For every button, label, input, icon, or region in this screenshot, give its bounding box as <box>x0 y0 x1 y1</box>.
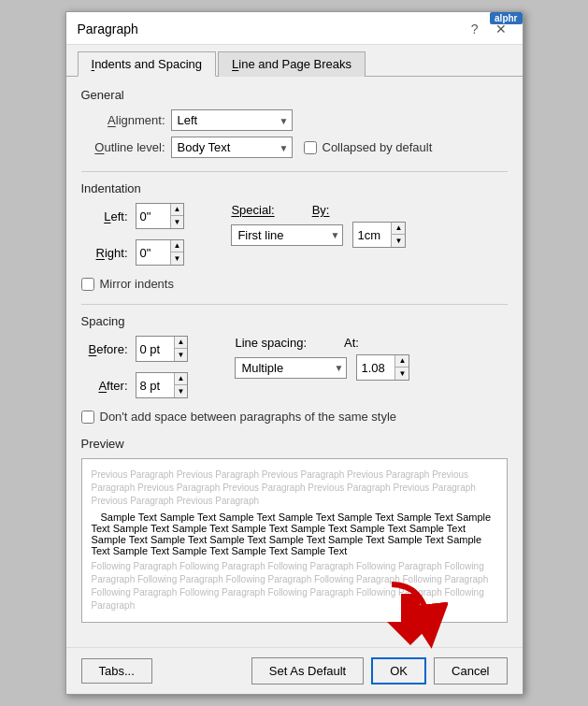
before-label: Before: <box>81 342 128 356</box>
line-spacing-select[interactable]: Multiple Single 1.5 lines Double At leas… <box>235 357 347 379</box>
help-button[interactable]: ? <box>466 20 483 38</box>
before-input[interactable] <box>136 339 174 359</box>
at-up-button[interactable]: ▲ <box>395 355 409 367</box>
indent-right-row: Right: ▲ ▼ <box>81 239 185 266</box>
by-spinner-buttons: ▲ ▼ <box>391 223 405 247</box>
at-down-button[interactable]: ▼ <box>395 367 409 380</box>
after-row: After: ▲ ▼ <box>81 372 189 398</box>
footer-right: Set As Default OK Cancel <box>251 657 508 684</box>
ok-button[interactable]: OK <box>371 657 426 684</box>
cancel-button[interactable]: Cancel <box>434 657 507 684</box>
collapsed-check-row: Collapsed by default <box>304 140 433 154</box>
outline-underline: O <box>94 140 104 154</box>
after-down-button[interactable]: ▼ <box>175 385 188 397</box>
before-up-button[interactable]: ▲ <box>175 337 188 349</box>
indent-right-spinner-buttons: ▲ ▼ <box>170 240 184 265</box>
before-down-button[interactable]: ▼ <box>175 349 188 361</box>
tab-bar: Indents and Spacing Line and Page Breaks <box>66 45 523 77</box>
indent-right-down-button[interactable]: ▼ <box>171 252 184 265</box>
preview-section-title: Preview <box>81 437 508 451</box>
spacing-section-title: Spacing <box>81 314 508 328</box>
before-row: Before: ▲ ▼ <box>81 336 189 362</box>
title-bar-left: Paragraph <box>78 22 138 36</box>
dont-add-space-checkbox[interactable] <box>81 411 94 424</box>
alignment-underline: A <box>108 113 116 127</box>
spacing-section: Spacing Before: ▲ ▼ <box>81 314 508 424</box>
set-as-default-button[interactable]: Set As Default <box>251 657 364 684</box>
indent-right-label: Right: <box>81 246 128 260</box>
mirror-indents-row: Mirror indents <box>81 277 508 291</box>
dialog-content: General Alignment: Left Center Right Jus… <box>66 77 523 647</box>
outline-row: Outline level: Body Text Level 1 Level 2… <box>81 137 508 158</box>
alignment-select-wrapper: Left Center Right Justified ▼ <box>171 109 293 131</box>
right-underline: R <box>96 246 105 260</box>
alignment-label: Alignment: <box>81 113 165 127</box>
collapsed-checkbox[interactable] <box>304 141 317 154</box>
dialog-title: Paragraph <box>78 22 138 36</box>
indent-right-up-button[interactable]: ▲ <box>171 240 184 252</box>
mirror-indents-label: Mirror indents <box>100 277 174 291</box>
after-input[interactable] <box>136 376 174 396</box>
dont-add-space-row: Don't add space between paragraphs of th… <box>81 410 508 424</box>
tab-line-page-breaks[interactable]: Line and Page Breaks <box>218 51 366 77</box>
line-spacing-select-wrapper: Multiple Single 1.5 lines Double At leas… <box>235 357 347 379</box>
collapsed-label: Collapsed by default <box>323 140 433 154</box>
by-up-button[interactable]: ▲ <box>392 223 405 235</box>
at-label: At: <box>344 336 359 350</box>
tab-line-page-breaks-label: Line and Page Breaks <box>232 57 351 71</box>
preview-sample-text: Sample Text Sample Text Sample Text Samp… <box>92 511 497 556</box>
indent-left-down-button[interactable]: ▼ <box>171 216 184 228</box>
indentation-section-title: Indentation <box>81 181 508 195</box>
general-section: General Alignment: Left Center Right Jus… <box>81 88 508 158</box>
after-up-button[interactable]: ▲ <box>175 373 188 385</box>
by-down-button[interactable]: ▼ <box>392 235 405 247</box>
mirror-indents-checkbox[interactable] <box>81 278 94 291</box>
indent-left-spinner-buttons: ▲ ▼ <box>170 204 184 228</box>
dont-add-space-label: Don't add space between paragraphs of th… <box>100 410 397 424</box>
after-label: After: <box>81 379 128 393</box>
special-select-wrapper: First line Hanging (none) ▼ <box>231 224 343 246</box>
divider-1 <box>81 171 508 172</box>
preview-box: Previous Paragraph Previous Paragraph Pr… <box>81 458 508 623</box>
indent-left-spinner: ▲ ▼ <box>136 203 185 229</box>
tabs-button[interactable]: Tabs... <box>81 658 152 684</box>
tab-underline-l: L <box>232 57 238 71</box>
indent-left-input[interactable] <box>136 207 170 226</box>
by-label: By: <box>312 203 330 217</box>
indent-right-input[interactable] <box>136 243 170 263</box>
before-spinner: ▲ ▼ <box>136 336 189 362</box>
preview-previous-text: Previous Paragraph Previous Paragraph Pr… <box>92 468 497 508</box>
line-spacing-label: Line spacing: <box>235 336 307 350</box>
at-input[interactable] <box>357 358 394 378</box>
footer-left: Tabs... <box>81 658 244 684</box>
alphr-badge: alphr <box>490 12 522 24</box>
at-spinner: ▲ ▼ <box>356 354 409 381</box>
indent-right-spinner: ▲ ▼ <box>136 239 185 266</box>
after-spinner-buttons: ▲ ▼ <box>174 373 188 397</box>
alignment-select[interactable]: Left Center Right Justified <box>171 109 293 131</box>
outline-select[interactable]: Body Text Level 1 Level 2 <box>171 137 293 158</box>
left-underline: L <box>104 209 110 223</box>
alignment-row: Alignment: Left Center Right Justified ▼ <box>81 109 508 131</box>
by-input[interactable] <box>353 225 391 245</box>
preview-following-text: Following Paragraph Following Paragraph … <box>92 560 497 612</box>
divider-2 <box>81 304 508 305</box>
paragraph-dialog: alphr Paragraph ? ✕ Indents and Spacing … <box>65 11 523 695</box>
title-bar: Paragraph ? ✕ <box>66 12 523 45</box>
special-select[interactable]: First line Hanging (none) <box>231 224 343 246</box>
preview-section: Preview Previous Paragraph Previous Para… <box>81 437 508 623</box>
indent-left-label: Left: <box>81 209 128 223</box>
tab-indents-spacing[interactable]: Indents and Spacing <box>78 51 217 77</box>
at-spinner-buttons: ▲ ▼ <box>394 355 409 380</box>
dialog-footer: Tabs... Set As Default OK Cancel <box>66 647 523 694</box>
tab-underline-i: I <box>92 57 95 71</box>
indent-left-up-button[interactable]: ▲ <box>171 204 184 216</box>
tab-indents-spacing-label: Indents and Spacing <box>92 57 203 71</box>
outline-select-wrapper: Body Text Level 1 Level 2 ▼ <box>171 137 293 158</box>
before-spinner-buttons: ▲ ▼ <box>174 337 188 361</box>
general-section-title: General <box>81 88 508 102</box>
special-label: Special: <box>231 203 274 217</box>
indent-left-row: Left: ▲ ▼ <box>81 203 185 229</box>
before-underline: B <box>89 342 97 356</box>
by-spinner: ▲ ▼ <box>352 222 406 248</box>
